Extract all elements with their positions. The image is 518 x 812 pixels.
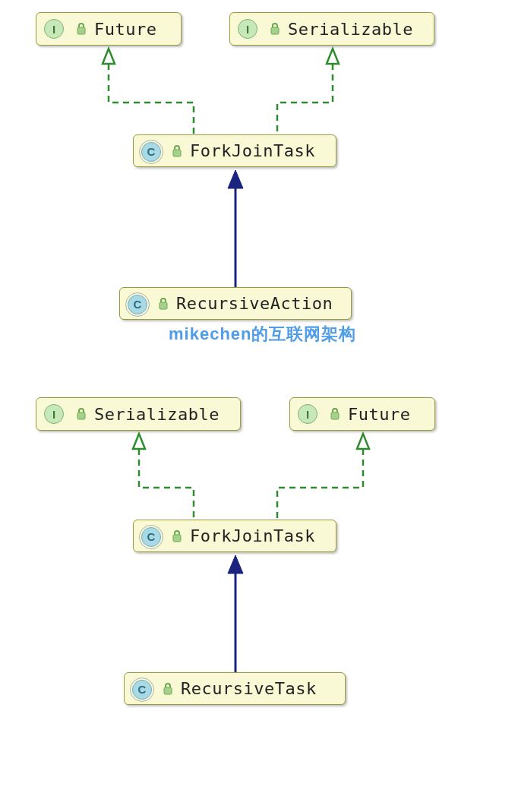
- svg-rect-10: [173, 535, 181, 542]
- lock-icon: [76, 408, 87, 420]
- interface-node-serializable-2: I Serializable: [36, 397, 241, 431]
- svg-rect-9: [331, 412, 339, 419]
- svg-marker-14: [228, 555, 243, 573]
- watermark-text: mikechen的互联网架构: [169, 323, 357, 346]
- node-label: Serializable: [288, 20, 413, 39]
- implements-arrow: [0, 0, 518, 334]
- svg-rect-3: [160, 302, 167, 309]
- svg-rect-2: [173, 150, 181, 156]
- class-icon: C: [132, 680, 155, 698]
- class-node-recursiveaction: C RecursiveAction: [119, 287, 352, 320]
- class-node-recursivetask: C RecursiveTask: [124, 672, 346, 705]
- svg-marker-12: [133, 434, 145, 449]
- interface-node-serializable: I Serializable: [229, 12, 434, 46]
- class-icon: C: [141, 142, 164, 160]
- node-label: Serializable: [94, 405, 220, 424]
- node-label: RecursiveTask: [181, 679, 317, 698]
- lock-icon: [163, 683, 173, 695]
- class-node-forkjointask: C ForkJoinTask: [133, 134, 336, 167]
- class-icon: C: [141, 527, 164, 545]
- class-node-forkjointask-2: C ForkJoinTask: [133, 520, 336, 552]
- svg-marker-13: [357, 434, 369, 449]
- lock-icon: [76, 23, 87, 35]
- svg-rect-8: [77, 412, 85, 419]
- interface-node-future: I Future: [36, 12, 182, 46]
- node-label: ForkJoinTask: [190, 141, 315, 160]
- interface-icon: I: [238, 19, 262, 39]
- lock-icon: [270, 23, 280, 35]
- svg-marker-6: [228, 170, 243, 188]
- lock-icon: [330, 408, 340, 420]
- lock-icon: [172, 145, 182, 157]
- svg-rect-11: [164, 687, 172, 694]
- interface-icon: I: [44, 404, 68, 424]
- interface-node-future-2: I Future: [289, 397, 435, 431]
- node-label: RecursiveAction: [176, 294, 333, 313]
- lock-icon: [158, 298, 169, 310]
- svg-marker-5: [327, 49, 339, 64]
- svg-rect-0: [77, 27, 85, 34]
- svg-rect-1: [271, 27, 279, 34]
- node-label: ForkJoinTask: [190, 526, 315, 545]
- lock-icon: [172, 530, 182, 542]
- class-icon: C: [128, 295, 150, 313]
- node-label: Future: [348, 405, 410, 424]
- interface-icon: I: [298, 404, 322, 424]
- svg-marker-4: [103, 49, 115, 64]
- node-label: Future: [94, 20, 156, 39]
- interface-icon: I: [44, 19, 68, 39]
